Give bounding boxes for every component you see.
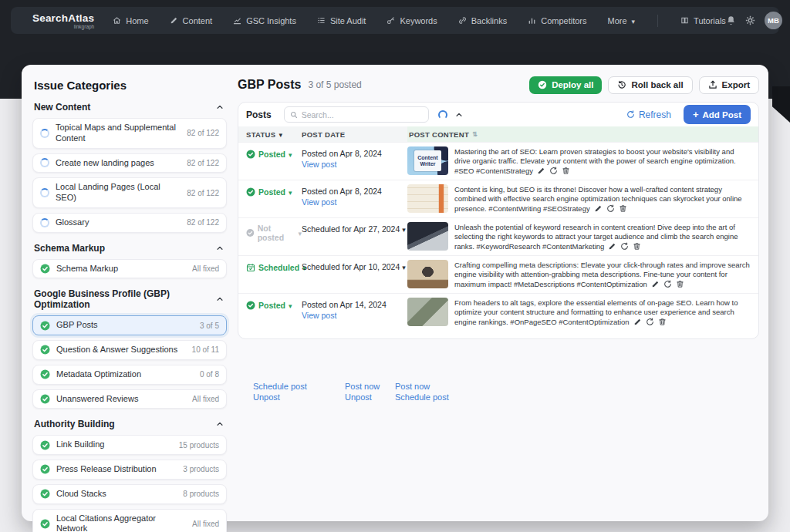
refresh-icon: [626, 110, 635, 119]
sidebar-item-gbp-posts[interactable]: GBP Posts3 of 5: [32, 315, 227, 335]
nav-item-backlinks[interactable]: Backlinks: [458, 16, 507, 25]
sidebar-item-schema-markup[interactable]: Schema MarkupAll fixed: [32, 259, 227, 279]
sidebar-item-label: Press Release Distribution: [56, 464, 177, 475]
sidebar-item-question-answer-suggestions[interactable]: Question & Answer Suggestions10 of 11: [32, 340, 227, 360]
table-row: PostedPosted on Apr 8, 2024View postCont…: [238, 180, 758, 217]
section-title: New Content: [34, 102, 216, 113]
regenerate-icon[interactable]: [606, 204, 615, 213]
sidebar-sections: New ContentTopical Maps and Supplemental…: [32, 102, 227, 532]
delete-icon[interactable]: [676, 280, 684, 288]
top-nav: SearchAtlas linkgraph HomeContentGSC Ins…: [11, 7, 779, 34]
action-link-unpost[interactable]: Unpost: [253, 392, 307, 402]
avatar[interactable]: MB: [765, 12, 782, 29]
chevron-down-icon: [289, 301, 292, 310]
delete-icon[interactable]: [562, 167, 570, 175]
cell-post-content: Mastering the art of SEO: Learn proven s…: [454, 146, 758, 176]
gear-icon[interactable]: [745, 15, 755, 25]
action-link-schedule-post[interactable]: Schedule post: [395, 392, 449, 402]
deploy-all-label: Deploy all: [552, 80, 593, 89]
posts-table-card: Posts Refresh: [238, 102, 759, 339]
add-post-button[interactable]: Add Post: [684, 105, 751, 124]
edit-icon[interactable]: [608, 242, 616, 251]
regenerate-icon[interactable]: [549, 167, 558, 175]
chevron-up-icon: [216, 295, 224, 303]
export-button[interactable]: Export: [699, 76, 759, 94]
regenerate-icon[interactable]: [620, 242, 629, 251]
column-header-post-content[interactable]: POST CONTENT⇅: [407, 126, 758, 142]
nav-item-keywords[interactable]: Keywords: [387, 16, 437, 25]
check-circle-icon: [40, 264, 50, 274]
delete-icon[interactable]: [633, 242, 641, 251]
sidebar: Issue Categories New ContentTopical Maps…: [32, 76, 227, 532]
bell-icon[interactable]: [726, 15, 736, 25]
check-circle-icon: [40, 321, 50, 331]
section-header-schema-markup[interactable]: Schema Markup: [34, 243, 224, 254]
deploy-all-button[interactable]: Deploy all: [529, 76, 602, 94]
sidebar-item-link-building[interactable]: Link Building15 products: [32, 435, 227, 455]
section-title: Google Business Profile (GBP) Optimizati…: [34, 288, 216, 310]
nav-item-competitors[interactable]: Competitors: [528, 16, 586, 25]
nav-item-label: Tutorials: [694, 16, 726, 25]
edit-icon[interactable]: [594, 204, 603, 213]
section-header-new-content[interactable]: New Content: [34, 102, 224, 113]
nav-item-gsc-insights[interactable]: GSC Insights: [233, 16, 296, 25]
roll-back-all-button[interactable]: Roll back all: [608, 76, 692, 94]
nav-item-content[interactable]: Content: [170, 16, 213, 25]
status-badge[interactable]: Not posted: [246, 224, 302, 242]
tab-posts[interactable]: Posts: [246, 109, 272, 120]
sidebar-item-local-citations-aggregator-network[interactable]: Local Citations Aggregator NetworkAll fi…: [32, 509, 227, 532]
section-header-google-business-profile-gbp-optimization[interactable]: Google Business Profile (GBP) Optimizati…: [34, 288, 224, 310]
delete-icon[interactable]: [619, 204, 627, 213]
cell-post-content: Content is king, but SEO is its throne! …: [454, 184, 758, 214]
sidebar-item-unanswered-reviews[interactable]: Unanswered ReviewsAll fixed: [32, 389, 227, 409]
status-badge[interactable]: Scheduled: [246, 263, 306, 272]
view-post-link[interactable]: View post: [302, 310, 336, 321]
status-badge[interactable]: Posted: [246, 187, 292, 197]
logo[interactable]: SearchAtlas linkgraph: [32, 12, 94, 30]
status-badge[interactable]: Posted: [246, 301, 292, 310]
column-header-status[interactable]: STATUS: [238, 126, 302, 142]
action-link-post-now[interactable]: Post now: [345, 382, 380, 391]
action-link-schedule-post[interactable]: Schedule post: [253, 382, 307, 391]
sidebar-item-local-landing-pages-local-seo[interactable]: Local Landing Pages (Local SEO)82 of 122: [32, 177, 227, 208]
action-link-unpost[interactable]: Unpost: [345, 392, 380, 402]
regenerate-icon[interactable]: [646, 318, 654, 326]
cell-post-date: Posted on Apr 8, 2024View post: [302, 184, 407, 207]
chevron-up-icon[interactable]: [455, 111, 463, 119]
cell-post-content: Unleash the potential of keyword researc…: [454, 221, 758, 251]
sidebar-item-metadata-optimization[interactable]: Metadata Optimization0 of 8: [32, 365, 227, 385]
nav-item-label: Home: [126, 16, 148, 25]
chevron-down-icon[interactable]: [402, 262, 406, 271]
delete-icon[interactable]: [658, 318, 667, 326]
sidebar-item-count: 3 of 5: [200, 322, 219, 330]
edit-icon[interactable]: [633, 318, 642, 326]
nav-item-home[interactable]: Home: [113, 16, 148, 25]
status-badge[interactable]: Posted: [246, 150, 292, 159]
sidebar-item-topical-maps-and-supplemental-content[interactable]: Topical Maps and Supplemental Content82 …: [32, 118, 227, 149]
check-circle-icon: [40, 464, 50, 474]
thumbnail-text: Content Writer: [414, 150, 441, 171]
nav-item-site-audit[interactable]: Site Audit: [317, 16, 366, 25]
table-header-row: STATUS POST DATE POST CONTENT⇅: [238, 126, 758, 142]
action-link-group: Post nowSchedule post: [395, 382, 449, 402]
section-header-authority-building[interactable]: Authority Building: [34, 419, 224, 429]
sidebar-item-glossary[interactable]: Glossary82 of 122: [32, 213, 227, 233]
sidebar-item-press-release-distribution[interactable]: Press Release Distribution3 products: [32, 460, 227, 480]
search-input[interactable]: [302, 110, 423, 120]
sidebar-item-create-new-landing-pages[interactable]: Create new landing pages82 of 122: [32, 153, 227, 173]
edit-icon[interactable]: [537, 167, 545, 175]
nav-item-more[interactable]: More: [607, 16, 635, 25]
column-header-post-date[interactable]: POST DATE: [302, 126, 407, 142]
regenerate-icon[interactable]: [663, 280, 672, 288]
overlay-shape: [772, 86, 790, 123]
chevron-down-icon[interactable]: [402, 224, 406, 234]
nav-item-tutorials[interactable]: Tutorials: [680, 16, 726, 25]
action-link-post-now[interactable]: Post now: [395, 382, 449, 391]
view-post-link[interactable]: View post: [302, 197, 336, 207]
refresh-button[interactable]: Refresh: [626, 109, 671, 120]
chevron-up-icon: [216, 103, 224, 111]
edit-icon[interactable]: [651, 280, 660, 288]
check-circle-icon: [246, 228, 255, 237]
sidebar-item-cloud-stacks[interactable]: Cloud Stacks8 products: [32, 484, 227, 504]
view-post-link[interactable]: View post: [302, 159, 336, 170]
